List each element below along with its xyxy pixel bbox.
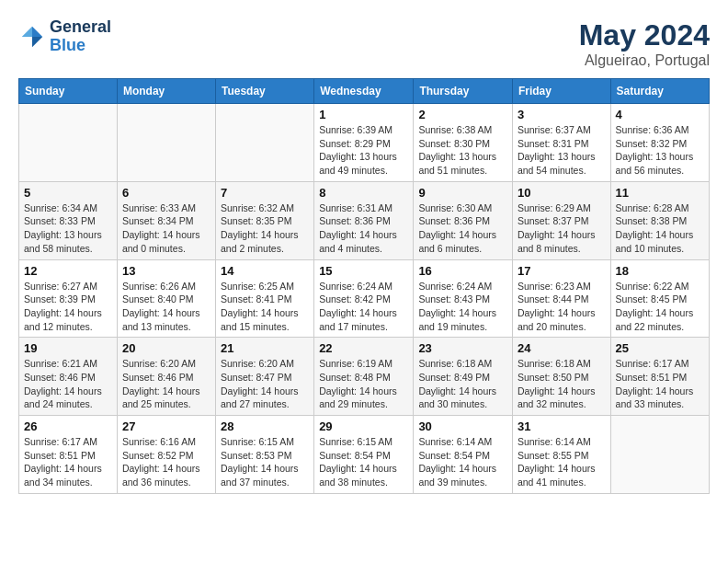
weekday-header-row: SundayMondayTuesdayWednesdayThursdayFrid… [19, 79, 710, 104]
day-number: 28 [221, 419, 309, 433]
day-info: Sunrise: 6:25 AM Sunset: 8:41 PM Dayligh… [221, 280, 309, 334]
calendar-day-cell: 24Sunrise: 6:18 AM Sunset: 8:50 PM Dayli… [512, 338, 610, 416]
svg-marker-2 [22, 27, 32, 37]
calendar-day-cell: 14Sunrise: 6:25 AM Sunset: 8:41 PM Dayli… [215, 259, 313, 338]
calendar-day-cell: 7Sunrise: 6:32 AM Sunset: 8:35 PM Daylig… [215, 181, 313, 259]
day-info: Sunrise: 6:21 AM Sunset: 8:46 PM Dayligh… [24, 357, 112, 411]
calendar-day-cell [19, 104, 118, 182]
day-number: 4 [616, 108, 704, 121]
day-info: Sunrise: 6:33 AM Sunset: 8:34 PM Dayligh… [122, 201, 210, 256]
day-info: Sunrise: 6:19 AM Sunset: 8:48 PM Dayligh… [319, 357, 408, 411]
calendar-day-cell: 5Sunrise: 6:34 AM Sunset: 8:33 PM Daylig… [19, 181, 118, 259]
day-number: 30 [418, 419, 507, 433]
day-info: Sunrise: 6:16 AM Sunset: 8:52 PM Dayligh… [122, 435, 210, 489]
calendar-day-cell: 23Sunrise: 6:18 AM Sunset: 8:49 PM Dayli… [414, 338, 513, 416]
calendar-week-row: 12Sunrise: 6:27 AM Sunset: 8:39 PM Dayli… [19, 259, 710, 338]
calendar-table: SundayMondayTuesdayWednesdayThursdayFrid… [18, 78, 710, 494]
calendar-day-cell: 1Sunrise: 6:39 AM Sunset: 8:29 PM Daylig… [314, 104, 414, 182]
calendar-day-cell: 22Sunrise: 6:19 AM Sunset: 8:48 PM Dayli… [314, 338, 414, 416]
weekday-header-cell: Friday [512, 79, 610, 104]
calendar-day-cell: 28Sunrise: 6:15 AM Sunset: 8:53 PM Dayli… [215, 416, 313, 494]
day-number: 1 [319, 108, 408, 121]
day-info: Sunrise: 6:14 AM Sunset: 8:55 PM Dayligh… [518, 435, 606, 489]
calendar-week-row: 19Sunrise: 6:21 AM Sunset: 8:46 PM Dayli… [19, 338, 710, 416]
day-number: 7 [221, 186, 309, 200]
calendar-day-cell: 18Sunrise: 6:22 AM Sunset: 8:45 PM Dayli… [610, 259, 709, 338]
weekday-header-cell: Sunday [19, 79, 118, 104]
logo: General Blue [18, 18, 111, 55]
day-number: 20 [122, 341, 210, 355]
calendar-day-cell: 16Sunrise: 6:24 AM Sunset: 8:43 PM Dayli… [414, 259, 513, 338]
day-info: Sunrise: 6:32 AM Sunset: 8:35 PM Dayligh… [221, 201, 309, 256]
calendar-day-cell: 15Sunrise: 6:24 AM Sunset: 8:42 PM Dayli… [314, 259, 414, 338]
day-number: 19 [24, 341, 112, 355]
day-number: 24 [518, 341, 606, 355]
svg-marker-0 [32, 27, 42, 37]
day-info: Sunrise: 6:26 AM Sunset: 8:40 PM Dayligh… [122, 280, 210, 334]
location-subtitle: Algueirao, Portugal [579, 52, 710, 69]
weekday-header-cell: Wednesday [314, 79, 414, 104]
day-number: 5 [24, 186, 112, 200]
calendar-day-cell: 26Sunrise: 6:17 AM Sunset: 8:51 PM Dayli… [19, 416, 118, 494]
day-info: Sunrise: 6:15 AM Sunset: 8:54 PM Dayligh… [319, 435, 408, 489]
day-info: Sunrise: 6:27 AM Sunset: 8:39 PM Dayligh… [24, 280, 112, 334]
calendar-day-cell [215, 104, 313, 182]
calendar-week-row: 26Sunrise: 6:17 AM Sunset: 8:51 PM Dayli… [19, 416, 710, 494]
day-info: Sunrise: 6:14 AM Sunset: 8:54 PM Dayligh… [418, 435, 507, 489]
calendar-day-cell: 3Sunrise: 6:37 AM Sunset: 8:31 PM Daylig… [512, 104, 610, 182]
svg-marker-1 [32, 37, 42, 47]
calendar-day-cell: 11Sunrise: 6:28 AM Sunset: 8:38 PM Dayli… [610, 181, 709, 259]
calendar-week-row: 1Sunrise: 6:39 AM Sunset: 8:29 PM Daylig… [19, 104, 710, 182]
day-info: Sunrise: 6:15 AM Sunset: 8:53 PM Dayligh… [221, 435, 309, 489]
day-info: Sunrise: 6:20 AM Sunset: 8:46 PM Dayligh… [122, 357, 210, 411]
day-info: Sunrise: 6:24 AM Sunset: 8:42 PM Dayligh… [319, 280, 408, 334]
day-number: 3 [518, 108, 606, 121]
calendar-day-cell: 25Sunrise: 6:17 AM Sunset: 8:51 PM Dayli… [610, 338, 709, 416]
day-number: 26 [24, 419, 112, 433]
day-info: Sunrise: 6:37 AM Sunset: 8:31 PM Dayligh… [518, 123, 606, 178]
calendar-week-row: 5Sunrise: 6:34 AM Sunset: 8:33 PM Daylig… [19, 181, 710, 259]
calendar-day-cell: 6Sunrise: 6:33 AM Sunset: 8:34 PM Daylig… [117, 181, 215, 259]
day-number: 18 [616, 264, 704, 278]
calendar-day-cell: 13Sunrise: 6:26 AM Sunset: 8:40 PM Dayli… [117, 259, 215, 338]
calendar-day-cell: 20Sunrise: 6:20 AM Sunset: 8:46 PM Dayli… [117, 338, 215, 416]
day-info: Sunrise: 6:36 AM Sunset: 8:32 PM Dayligh… [616, 123, 704, 178]
weekday-header-cell: Thursday [414, 79, 513, 104]
day-info: Sunrise: 6:29 AM Sunset: 8:37 PM Dayligh… [518, 201, 606, 256]
weekday-header-cell: Monday [117, 79, 215, 104]
calendar-day-cell: 31Sunrise: 6:14 AM Sunset: 8:55 PM Dayli… [512, 416, 610, 494]
month-title: May 2024 [579, 18, 710, 52]
day-info: Sunrise: 6:22 AM Sunset: 8:45 PM Dayligh… [616, 280, 704, 334]
calendar-day-cell: 21Sunrise: 6:20 AM Sunset: 8:47 PM Dayli… [215, 338, 313, 416]
day-info: Sunrise: 6:17 AM Sunset: 8:51 PM Dayligh… [616, 357, 704, 411]
day-number: 27 [122, 419, 210, 433]
day-info: Sunrise: 6:20 AM Sunset: 8:47 PM Dayligh… [221, 357, 309, 411]
calendar-day-cell [117, 104, 215, 182]
day-number: 22 [319, 341, 408, 355]
calendar-day-cell: 2Sunrise: 6:38 AM Sunset: 8:30 PM Daylig… [414, 104, 513, 182]
day-number: 15 [319, 264, 408, 278]
day-info: Sunrise: 6:30 AM Sunset: 8:36 PM Dayligh… [418, 201, 507, 256]
calendar-day-cell [610, 416, 709, 494]
day-number: 29 [319, 419, 408, 433]
day-number: 2 [418, 108, 507, 121]
day-info: Sunrise: 6:17 AM Sunset: 8:51 PM Dayligh… [24, 435, 112, 489]
calendar-day-cell: 4Sunrise: 6:36 AM Sunset: 8:32 PM Daylig… [610, 104, 709, 182]
day-number: 16 [418, 264, 507, 278]
day-number: 9 [418, 186, 507, 200]
calendar-body: 1Sunrise: 6:39 AM Sunset: 8:29 PM Daylig… [19, 104, 710, 494]
logo-text: General Blue [50, 18, 111, 55]
day-number: 8 [319, 186, 408, 200]
calendar-day-cell: 8Sunrise: 6:31 AM Sunset: 8:36 PM Daylig… [314, 181, 414, 259]
day-number: 6 [122, 186, 210, 200]
calendar-day-cell: 19Sunrise: 6:21 AM Sunset: 8:46 PM Dayli… [19, 338, 118, 416]
day-info: Sunrise: 6:23 AM Sunset: 8:44 PM Dayligh… [518, 280, 606, 334]
weekday-header-cell: Tuesday [215, 79, 313, 104]
title-block: May 2024 Algueirao, Portugal [579, 18, 710, 69]
day-info: Sunrise: 6:18 AM Sunset: 8:49 PM Dayligh… [418, 357, 507, 411]
calendar-day-cell: 27Sunrise: 6:16 AM Sunset: 8:52 PM Dayli… [117, 416, 215, 494]
day-info: Sunrise: 6:24 AM Sunset: 8:43 PM Dayligh… [418, 280, 507, 334]
day-number: 14 [221, 264, 309, 278]
day-info: Sunrise: 6:18 AM Sunset: 8:50 PM Dayligh… [518, 357, 606, 411]
calendar-day-cell: 9Sunrise: 6:30 AM Sunset: 8:36 PM Daylig… [414, 181, 513, 259]
